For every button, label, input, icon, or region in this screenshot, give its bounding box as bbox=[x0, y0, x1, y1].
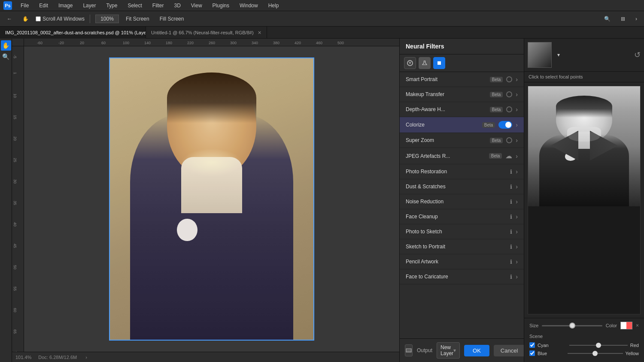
filter-super-zoom-radio[interactable] bbox=[506, 137, 512, 143]
menu-edit[interactable]: Edit bbox=[37, 2, 50, 9]
menu-3d[interactable]: 3D bbox=[172, 2, 182, 9]
filter-pencil-artwork[interactable]: Pencil Artwork ℹ › bbox=[400, 254, 524, 269]
scene-cyan-slider[interactable] bbox=[569, 345, 628, 346]
back-button[interactable]: ← bbox=[3, 15, 15, 23]
menu-type[interactable]: Type bbox=[104, 2, 119, 9]
workspace-expand[interactable]: › bbox=[632, 15, 641, 23]
filter-smart-portrait-chevron[interactable]: › bbox=[516, 76, 518, 83]
scene-blue-checkbox[interactable] bbox=[529, 350, 535, 356]
tab-bar: IMG_20201108_0002_after-dust-and-scratch… bbox=[0, 27, 644, 39]
preview-dropdown-button[interactable]: ▾ bbox=[554, 51, 563, 59]
neural-tab-flask[interactable] bbox=[419, 57, 431, 69]
filter-face-cleanup-chevron[interactable]: › bbox=[516, 213, 518, 220]
canvas-content[interactable] bbox=[24, 46, 399, 352]
filter-colorize-badge: Beta bbox=[482, 122, 495, 128]
tab-0-label: IMG_20201108_0002_after-dust-and-scratch… bbox=[5, 30, 146, 35]
fill-screen-button[interactable]: Fill Screen bbox=[156, 15, 188, 23]
hand-tool-button[interactable]: ✋ bbox=[19, 15, 32, 23]
filter-face-cleanup-info[interactable]: ℹ bbox=[510, 214, 512, 220]
filter-makeup-transfer-radio[interactable] bbox=[506, 91, 512, 97]
filter-noise-reduction-chevron[interactable]: › bbox=[516, 198, 518, 205]
canvas-image[interactable] bbox=[109, 57, 314, 341]
tab-1-close[interactable]: × bbox=[258, 29, 261, 36]
filter-smart-portrait[interactable]: Smart Portrait Beta › bbox=[400, 72, 524, 87]
ok-button[interactable]: OK bbox=[464, 345, 489, 356]
filter-jpeg-artefacts[interactable]: JPEG Artefacts R... Beta ☁ › bbox=[400, 148, 524, 164]
preview-rotate-button[interactable]: ↺ bbox=[634, 50, 641, 60]
filter-makeup-transfer[interactable]: Makeup Transfer Beta › bbox=[400, 87, 524, 102]
menu-filter[interactable]: Filter bbox=[151, 2, 166, 9]
color-close-button[interactable]: × bbox=[636, 323, 639, 329]
scene-cyan-checkbox[interactable] bbox=[529, 342, 535, 348]
filter-makeup-transfer-chevron[interactable]: › bbox=[516, 91, 518, 98]
menu-window[interactable]: Window bbox=[238, 2, 260, 9]
filter-face-to-caricature-chevron[interactable]: › bbox=[516, 273, 518, 280]
filter-pencil-artwork-chevron[interactable]: › bbox=[516, 258, 518, 265]
filter-depth-aware[interactable]: Depth-Aware H... Beta › bbox=[400, 102, 524, 117]
filter-photo-restoration-info[interactable]: ℹ bbox=[510, 169, 512, 175]
filter-colorize-toggle[interactable] bbox=[498, 121, 512, 129]
filter-noise-reduction[interactable]: Noise Reduction ℹ › bbox=[400, 194, 524, 209]
filter-depth-aware-chevron[interactable]: › bbox=[516, 106, 518, 113]
filter-super-zoom-chevron[interactable]: › bbox=[516, 137, 518, 144]
filter-photo-to-sketch[interactable]: Photo to Sketch ℹ › bbox=[400, 224, 524, 239]
filter-colorize-chevron[interactable]: › bbox=[516, 121, 518, 128]
filter-face-to-caricature-info[interactable]: ℹ bbox=[510, 274, 512, 280]
output-select[interactable]: New Layer ▾ bbox=[437, 342, 460, 359]
neural-tab-filters[interactable] bbox=[404, 57, 416, 69]
filter-photo-restoration-chevron[interactable]: › bbox=[516, 168, 518, 175]
filter-sketch-to-portrait-chevron[interactable]: › bbox=[516, 243, 518, 250]
filter-sketch-to-portrait[interactable]: Sketch to Portrait ℹ › bbox=[400, 239, 524, 254]
status-bar: 101.4% Doc: 6.28M/12.6M › bbox=[12, 352, 399, 362]
scene-blue-slider[interactable] bbox=[568, 353, 623, 354]
fit-screen-button[interactable]: Fit Screen bbox=[122, 15, 153, 23]
filter-noise-reduction-info[interactable]: ℹ bbox=[510, 199, 512, 205]
filter-depth-aware-radio[interactable] bbox=[506, 106, 512, 112]
menu-layer[interactable]: Layer bbox=[81, 2, 97, 9]
neural-filters-header: Neural Filters bbox=[400, 39, 524, 54]
scene-label: Scene bbox=[529, 334, 639, 339]
search-button[interactable]: 🔍 bbox=[601, 15, 614, 23]
workspace-button[interactable]: ⊞ bbox=[617, 15, 629, 23]
doc-size-expand[interactable]: › bbox=[85, 355, 87, 360]
filter-dust-scratches-info[interactable]: ℹ bbox=[510, 184, 512, 190]
zoom-input[interactable] bbox=[95, 15, 119, 23]
filter-photo-restoration[interactable]: Photo Restoration ℹ › bbox=[400, 164, 524, 179]
zoom-tool[interactable]: 🔍 bbox=[1, 51, 11, 62]
filter-face-cleanup-label: Face Cleanup bbox=[406, 214, 507, 220]
filter-super-zoom[interactable]: Super Zoom Beta › bbox=[400, 133, 524, 148]
filter-face-cleanup[interactable]: Face Cleanup ℹ › bbox=[400, 209, 524, 224]
filter-dust-scratches-chevron[interactable]: › bbox=[516, 183, 518, 190]
preview-image-area[interactable] bbox=[528, 86, 641, 314]
cancel-button[interactable]: Cancel bbox=[494, 345, 524, 356]
menu-help[interactable]: Help bbox=[267, 2, 281, 9]
color-swatch[interactable] bbox=[620, 322, 632, 329]
menu-file[interactable]: File bbox=[19, 2, 30, 9]
filter-smart-portrait-label: Smart Portrait bbox=[406, 76, 486, 82]
size-slider[interactable] bbox=[542, 325, 602, 326]
scroll-all-windows-checkbox[interactable] bbox=[36, 16, 41, 21]
filter-super-zoom-badge: Beta bbox=[490, 138, 503, 143]
scene-cyan-row: Cyan Red bbox=[529, 342, 639, 348]
filter-pencil-artwork-info[interactable]: ℹ bbox=[510, 259, 512, 265]
tab-0[interactable]: IMG_20201108_0002_after-dust-and-scratch… bbox=[0, 27, 146, 39]
tab-1[interactable]: Untitled-1 @ 66.7% (Neural-filter-result… bbox=[146, 27, 267, 39]
filter-photo-to-sketch-chevron[interactable]: › bbox=[516, 228, 518, 235]
menu-select[interactable]: Select bbox=[126, 2, 143, 9]
layers-icon-button[interactable] bbox=[405, 344, 413, 356]
neural-tab-dot[interactable] bbox=[433, 57, 445, 69]
filter-sketch-to-portrait-info[interactable]: ℹ bbox=[510, 244, 512, 250]
menu-plugins[interactable]: Plugins bbox=[211, 2, 231, 9]
menu-view[interactable]: View bbox=[189, 2, 204, 9]
preview-thumb-image bbox=[528, 42, 551, 67]
menu-image[interactable]: Image bbox=[57, 2, 74, 9]
canvas-area[interactable]: -60 -20 20 60 100 140 180 220 260 300 34… bbox=[12, 39, 399, 362]
filter-face-to-caricature[interactable]: Face to Caricature ℹ › bbox=[400, 269, 524, 284]
filter-photo-to-sketch-info[interactable]: ℹ bbox=[510, 229, 512, 235]
move-tool[interactable]: ✋ bbox=[1, 40, 11, 51]
filter-depth-aware-label: Depth-Aware H... bbox=[406, 106, 486, 112]
filter-colorize[interactable]: Colorize Beta › bbox=[400, 117, 524, 133]
filter-jpeg-chevron[interactable]: › bbox=[516, 153, 518, 160]
filter-dust-scratches[interactable]: Dust & Scratches ℹ › bbox=[400, 179, 524, 194]
filter-smart-portrait-radio[interactable] bbox=[506, 76, 512, 82]
